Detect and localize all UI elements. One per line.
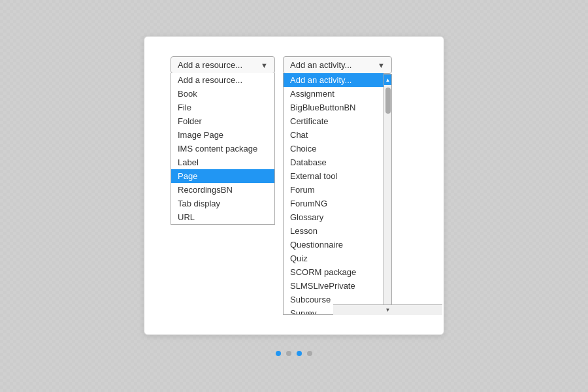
activity-list-item[interactable]: Questionnaire: [284, 238, 384, 252]
resource-list-item[interactable]: IMS content package: [171, 142, 274, 155]
resource-dropdown-trigger[interactable]: Add a resource... ▼: [171, 56, 275, 74]
resource-list-item[interactable]: Add a resource...: [171, 73, 274, 87]
resource-list-item[interactable]: Folder: [171, 114, 274, 128]
scrollbar-up-button[interactable]: ▲: [384, 74, 391, 85]
resource-list-item[interactable]: File: [171, 101, 274, 114]
activity-list-item[interactable]: Lesson: [284, 224, 384, 238]
activity-dropdown-list: Add an activity...AssignmentBigBlueButto…: [283, 73, 384, 315]
activity-dropdown-container: Add an activity... ▼ Add an activity...A…: [283, 56, 392, 315]
dropdowns-row: Add a resource... ▼ Add a resource...Boo…: [171, 56, 417, 315]
activity-list-item[interactable]: Certificate: [284, 114, 384, 128]
resource-dropdown-arrow: ▼: [261, 61, 268, 69]
resource-list-item[interactable]: Book: [171, 87, 274, 101]
resource-dropdown-container: Add a resource... ▼ Add a resource...Boo…: [171, 56, 275, 225]
activity-list-item[interactable]: Choice: [284, 142, 384, 155]
scrollbar-thumb[interactable]: [385, 88, 391, 114]
pagination-dot[interactable]: [286, 351, 291, 356]
activity-list-item[interactable]: External tool: [284, 169, 384, 183]
activity-list-item[interactable]: SCORM package: [284, 265, 384, 279]
pagination-dot[interactable]: [307, 351, 312, 356]
resource-dropdown-label: Add a resource...: [178, 60, 242, 70]
activity-scrollbar: ▲ ▼: [384, 74, 392, 315]
scrollbar-down-button[interactable]: ▼: [333, 304, 442, 315]
activity-list-item[interactable]: Quiz: [284, 252, 384, 265]
activity-list-item[interactable]: Database: [284, 155, 384, 169]
activity-list-item[interactable]: Forum: [284, 183, 384, 197]
activity-dropdown-arrow: ▼: [378, 61, 385, 69]
activity-list-item[interactable]: SLMSLivePrivate: [284, 279, 384, 293]
resource-list-item[interactable]: Image Page: [171, 128, 274, 142]
activity-list-item[interactable]: Assignment: [284, 87, 384, 101]
activity-list-item[interactable]: BigBlueButtonBN: [284, 101, 384, 114]
activity-list-item[interactable]: Add an activity...: [284, 73, 384, 87]
pagination-dots: [276, 351, 312, 356]
activity-dropdown-label: Add an activity...: [290, 60, 351, 70]
resource-list-item[interactable]: URL: [171, 210, 274, 224]
activity-list-wrapper: Add an activity...AssignmentBigBlueButto…: [283, 74, 392, 315]
pagination-dot[interactable]: [297, 351, 302, 356]
activity-list-item[interactable]: Chat: [284, 128, 384, 142]
resource-list-item[interactable]: Page: [171, 169, 274, 183]
pagination-dot[interactable]: [276, 351, 281, 356]
resource-dropdown-list: Add a resource...BookFileFolderImage Pag…: [171, 73, 275, 225]
activity-list-item[interactable]: Glossary: [284, 210, 384, 224]
activity-dropdown-trigger[interactable]: Add an activity... ▼: [283, 56, 392, 74]
main-card: Add a resource... ▼ Add a resource...Boo…: [144, 36, 444, 335]
resource-list-item[interactable]: RecordingsBN: [171, 183, 274, 197]
resource-list-item[interactable]: Label: [171, 155, 274, 169]
resource-list-item[interactable]: Tab display: [171, 197, 274, 210]
activity-list-item[interactable]: ForumNG: [284, 197, 384, 210]
